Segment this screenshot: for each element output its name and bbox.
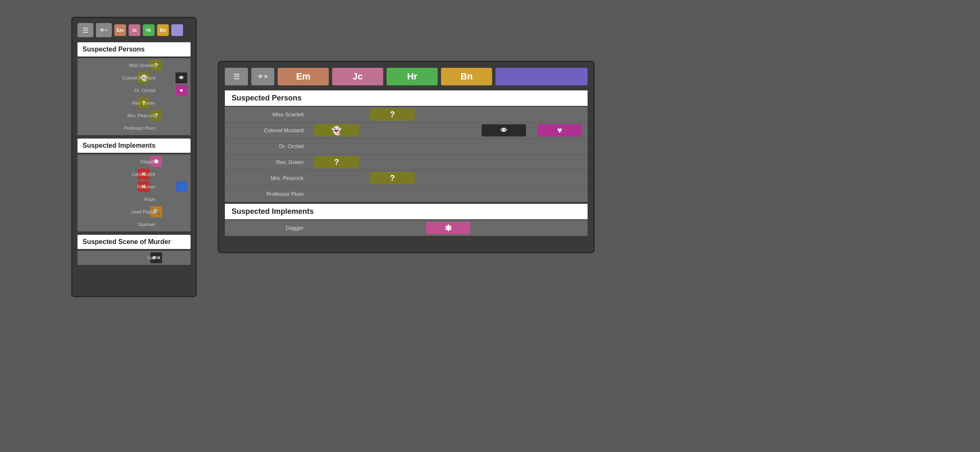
- large-cells-dagger: ✱: [309, 220, 588, 236]
- large-cell-dagger-0[interactable]: [309, 220, 364, 236]
- small-row-candlestick: Candlestick ✕: [79, 168, 189, 180]
- large-player-jc[interactable]: Jc: [332, 68, 383, 85]
- small-label-professor-plum: Professor Plum: [124, 126, 155, 131]
- large-cell-plum-2[interactable]: [420, 186, 476, 202]
- large-cells-dr-orchid: [309, 139, 588, 154]
- small-cell-revolver-person[interactable]: 👤: [175, 181, 187, 192]
- small-label-mrs-peacock: Mrs. Peacock: [127, 113, 155, 118]
- large-cell-green-2[interactable]: [420, 154, 476, 170]
- large-label-dr-orchid: Dr. Orchid: [225, 143, 309, 149]
- small-panel: ☰ 👁✕ Em Jc Hr Bn Suspected Persons Miss …: [71, 17, 197, 297]
- small-label-candlestick: Candlestick: [132, 172, 155, 177]
- small-row-colonel-mustard: Colonel Mustard 👻 👁: [79, 72, 189, 84]
- small-row-revolver: Revolver ✕ 👤: [79, 180, 189, 193]
- small-persons-section: Suspected Persons Miss Scarlett ? Colone…: [77, 42, 191, 135]
- large-cell-green-4[interactable]: [532, 154, 588, 170]
- large-cell-plum-1[interactable]: [364, 186, 420, 202]
- small-player-jc[interactable]: Jc: [129, 24, 140, 36]
- small-row-dagger: Dagger ✱: [79, 155, 189, 168]
- small-label-spanner: Spanner: [138, 222, 155, 227]
- large-cell-green-1[interactable]: [364, 154, 420, 170]
- large-cell-green-0[interactable]: ?: [309, 154, 364, 170]
- large-cell-orchid-4[interactable]: [532, 139, 588, 154]
- large-toolbar: ☰ 👁✕ Em Jc Hr Bn: [225, 68, 588, 85]
- large-cell-scarlett-3[interactable]: [476, 107, 532, 122]
- small-player-empty[interactable]: [171, 24, 183, 36]
- large-cell-dagger-3[interactable]: [476, 220, 532, 236]
- large-row-colonel-mustard: Colonel Mustard 👻 👁 ♥: [225, 123, 588, 139]
- large-cell-peacock-3[interactable]: [476, 170, 532, 186]
- large-player-em[interactable]: Em: [278, 68, 329, 85]
- small-label-rope: Rope: [144, 197, 155, 202]
- large-label-rev-green: Rev. Green: [225, 159, 309, 165]
- large-row-dr-orchid: Dr. Orchid: [225, 139, 588, 154]
- large-panel: ☰ 👁✕ Em Jc Hr Bn Suspected Persons Miss …: [218, 61, 595, 253]
- large-cell-mustard-1[interactable]: [364, 123, 420, 138]
- small-implements-section: Suspected Implements Dagger ✱ Candlestic…: [77, 139, 191, 231]
- large-cell-mustard-0[interactable]: 👻: [309, 123, 364, 138]
- large-cells-professor-plum: [309, 186, 588, 202]
- large-cell-scarlett-2[interactable]: [420, 107, 476, 122]
- large-filled-mustard-eye: 👁: [482, 124, 526, 137]
- small-row-lead-piping: Lead Piping 🔍: [79, 205, 189, 218]
- large-menu-button[interactable]: ☰: [225, 68, 248, 85]
- large-cell-orchid-1[interactable]: [364, 139, 420, 154]
- small-scene-section: Suspected Scene of Murder Hall 👁✕: [77, 235, 191, 265]
- large-filled-mustard-ghost: 👻: [314, 124, 359, 137]
- small-hide-button[interactable]: 👁✕: [96, 23, 112, 37]
- large-cell-mustard-3[interactable]: 👁: [476, 123, 532, 138]
- small-row-hall: Hall 👁✕: [79, 252, 189, 264]
- large-cell-orchid-0[interactable]: [309, 139, 364, 154]
- large-player-empty[interactable]: [495, 68, 588, 85]
- large-player-hr[interactable]: Hr: [387, 68, 438, 85]
- small-row-mrs-peacock: Mrs. Peacock ?: [79, 109, 189, 122]
- large-cell-orchid-2[interactable]: [420, 139, 476, 154]
- large-persons-header: Suspected Persons: [225, 90, 588, 106]
- large-cell-peacock-0[interactable]: [309, 170, 364, 186]
- small-row-spanner: Spanner: [79, 218, 189, 231]
- large-hide-button[interactable]: 👁✕: [251, 68, 274, 85]
- large-cell-plum-4[interactable]: [532, 186, 588, 202]
- large-cell-mustard-4[interactable]: ♥: [532, 123, 588, 138]
- large-cell-peacock-1[interactable]: ?: [364, 170, 420, 186]
- small-implements-header: Suspected Implements: [77, 139, 191, 153]
- small-player-hr[interactable]: Hr: [143, 24, 155, 36]
- small-row-rev-green: Rev. Green ?: [79, 97, 189, 109]
- large-cell-orchid-3[interactable]: [476, 139, 532, 154]
- large-cell-green-3[interactable]: [476, 154, 532, 170]
- small-cell-orchid-heart[interactable]: ♥: [175, 85, 187, 96]
- large-cell-mustard-2[interactable]: [420, 123, 476, 138]
- small-menu-button[interactable]: ☰: [77, 23, 93, 37]
- small-player-bn[interactable]: Bn: [157, 24, 169, 36]
- small-row-professor-plum: Professor Plum: [79, 122, 189, 134]
- large-player-bn[interactable]: Bn: [441, 68, 492, 85]
- large-cell-dagger-4[interactable]: [532, 220, 588, 236]
- large-filled-green-q: ?: [314, 156, 359, 169]
- large-row-professor-plum: Professor Plum: [225, 186, 588, 202]
- large-cell-plum-3[interactable]: [476, 186, 532, 202]
- large-cell-scarlett-0[interactable]: [309, 107, 364, 122]
- large-cells-mrs-peacock: ?: [309, 170, 588, 186]
- small-row-miss-scarlett: Miss Scarlett ?: [79, 59, 189, 72]
- large-label-mrs-peacock: Mrs. Peacock: [225, 175, 309, 181]
- small-label-colonel-mustard: Colonel Mustard: [122, 75, 155, 80]
- large-cell-peacock-4[interactable]: [532, 170, 588, 186]
- small-cell-mustard-eye[interactable]: 👁: [175, 72, 187, 83]
- large-cell-scarlett-1[interactable]: ?: [364, 107, 420, 122]
- large-label-professor-plum: Professor Plum: [225, 191, 309, 197]
- large-filled-scarlett-q: ?: [370, 108, 415, 121]
- large-label-colonel-mustard: Colonel Mustard: [225, 127, 309, 134]
- large-cells-miss-scarlett: ?: [309, 107, 588, 122]
- small-label-dagger: Dagger: [140, 159, 155, 164]
- large-filled-mustard-heart: ♥: [537, 124, 582, 137]
- small-player-em[interactable]: Em: [114, 24, 126, 36]
- large-cell-dagger-2[interactable]: ✱: [420, 220, 476, 236]
- large-implements-grid: Dagger ✱: [225, 220, 588, 236]
- small-scene-header: Suspected Scene of Murder: [77, 235, 191, 249]
- large-cell-dagger-1[interactable]: [364, 220, 420, 236]
- large-cell-plum-0[interactable]: [309, 186, 364, 202]
- large-cells-rev-green: ?: [309, 154, 588, 170]
- large-cell-peacock-2[interactable]: [420, 170, 476, 186]
- small-label-hall: Hall: [147, 255, 155, 260]
- large-cell-scarlett-4[interactable]: [532, 107, 588, 122]
